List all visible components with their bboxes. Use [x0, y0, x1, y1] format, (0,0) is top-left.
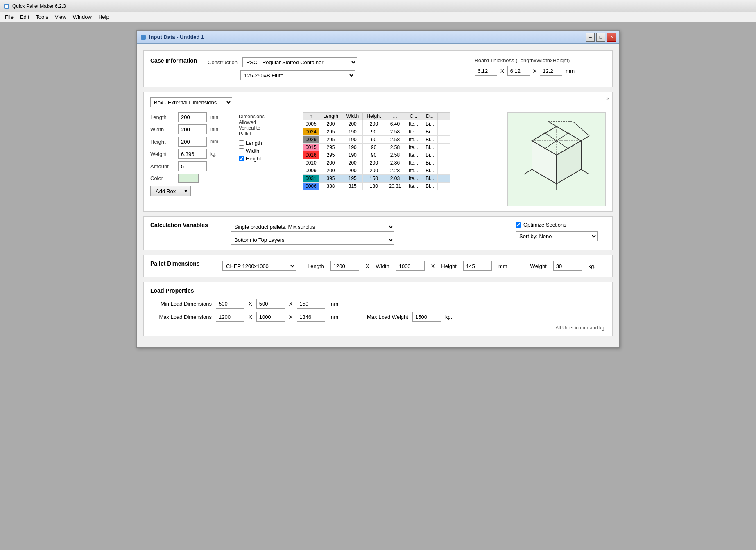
cell-col6: Ite...: [405, 159, 422, 167]
table-row[interactable]: 00102002002002.86Ite...Bi...: [303, 159, 450, 167]
cell-height: 90: [363, 128, 385, 136]
cell-col5: 2.28: [385, 167, 405, 175]
max-weight-input[interactable]: [412, 312, 441, 322]
cell-height: 180: [363, 183, 385, 190]
dimensions-area: Dimensions Allowed Vertical to Pallet Le…: [239, 112, 296, 206]
cell-height: 200: [363, 167, 385, 175]
cell-col5: 2.58: [385, 144, 405, 151]
menu-help[interactable]: Help: [95, 13, 113, 21]
board-thickness-label: Board Thickness (LengthxWidthxHeight): [475, 57, 606, 63]
color-picker[interactable]: [178, 174, 199, 183]
pallet-type-dropdown[interactable]: Single product pallets. Mix surplus: [231, 222, 394, 232]
cell-col6: Ite...: [405, 136, 422, 144]
cell-empty1: [438, 136, 444, 144]
window-content: Case Information Construction RSC - Regu…: [137, 44, 619, 347]
min-width-input[interactable]: [256, 299, 285, 309]
width-unit: mm: [210, 126, 218, 132]
cell-empty2: [444, 159, 450, 167]
svg-rect-1: [5, 5, 8, 8]
width-input[interactable]: [178, 124, 207, 134]
pallet-weight-input[interactable]: [553, 261, 582, 271]
length-row: Length mm: [150, 112, 232, 122]
add-box-arrow-button[interactable]: ▼: [181, 186, 191, 196]
check-height[interactable]: [239, 156, 244, 161]
svg-line-16: [581, 169, 589, 174]
min-height-input[interactable]: [297, 299, 325, 309]
amount-input[interactable]: [178, 161, 207, 171]
row-color-cell: 0031: [303, 175, 319, 183]
max-length-input[interactable]: [216, 312, 244, 322]
table-row[interactable]: 00313951951502.03Ite...Bi...: [303, 175, 450, 183]
cell-width: 200: [342, 167, 363, 175]
min-length-input[interactable]: [216, 299, 244, 309]
check-length-label: Length: [246, 140, 262, 146]
row-color-cell: 0009: [303, 167, 319, 175]
min-load-label: Min Load Dimensions: [150, 301, 212, 307]
cell-col6: Ite...: [405, 183, 422, 190]
weight-input[interactable]: [178, 149, 207, 159]
cell-length: 295: [319, 151, 342, 159]
construction-dropdown[interactable]: RSC - Regular Slotted Container: [242, 57, 357, 67]
min-x2: X: [289, 301, 293, 307]
thickness-width-input[interactable]: 6.12: [507, 66, 530, 76]
weight-unit: kg.: [210, 151, 217, 157]
thickness-height-input[interactable]: 12.2: [540, 66, 562, 76]
pallet-width-input[interactable]: [396, 261, 425, 271]
length-input[interactable]: [178, 112, 207, 122]
main-area: Input Data - Untitled 1 ─ □ ✕ Case Infor…: [0, 22, 756, 356]
collapse-arrow: »: [606, 96, 609, 101]
table-row[interactable]: 00052002002006.40Ite...Bi...: [303, 120, 450, 128]
check-length[interactable]: [239, 140, 244, 146]
close-button[interactable]: ✕: [607, 33, 616, 42]
table-row[interactable]: 00092002002002.28Ite...Bi...: [303, 167, 450, 175]
table-row[interactable]: 0016295190902.58Ite...Bi...: [303, 151, 450, 159]
svg-line-14: [524, 169, 532, 174]
cell-col6: Ite...: [405, 144, 422, 151]
max-x2: X: [289, 314, 293, 320]
cell-col5: 2.58: [385, 136, 405, 144]
cell-empty2: [444, 128, 450, 136]
sort-dropdown[interactable]: Sort by: None: [516, 231, 598, 241]
flute-dropdown[interactable]: 125-250#B Flute: [240, 70, 355, 80]
col-length: Length: [319, 113, 342, 120]
pallet-height-input[interactable]: [463, 261, 492, 271]
cell-width: 190: [342, 151, 363, 159]
pallet-length-input[interactable]: [330, 261, 359, 271]
menu-view[interactable]: View: [52, 13, 70, 21]
menu-tools[interactable]: Tools: [32, 13, 51, 21]
cell-col7: Bi...: [422, 151, 437, 159]
menu-window[interactable]: Window: [70, 13, 95, 21]
cell-width: 190: [342, 128, 363, 136]
construction-label: Construction: [208, 59, 238, 65]
thickness-length-input[interactable]: 6.12: [475, 66, 497, 76]
minimize-button[interactable]: ─: [586, 33, 595, 42]
optimize-sections-checkbox[interactable]: [516, 222, 521, 228]
row-color-cell: 0024: [303, 128, 319, 136]
layer-type-dropdown[interactable]: Bottom to Top Layers: [231, 235, 394, 245]
menu-edit[interactable]: Edit: [17, 13, 32, 21]
max-unit-mm: mm: [329, 314, 338, 320]
cell-col7: Bi...: [422, 136, 437, 144]
box-type-dropdown[interactable]: Box - External Dimensions: [150, 97, 232, 107]
app-icon: [3, 3, 10, 9]
table-row[interactable]: 0015295190902.58Ite...Bi...: [303, 144, 450, 151]
thickness-unit: mm: [566, 68, 575, 74]
pallet-size-dropdown[interactable]: CHEP 1200x1000: [222, 261, 296, 271]
max-width-input[interactable]: [256, 312, 285, 322]
table-row[interactable]: 000638831518020.31Ite...Bi...: [303, 183, 450, 190]
case-info-section: Case Information Construction RSC - Regu…: [143, 50, 613, 87]
height-input[interactable]: [178, 137, 207, 147]
table-row[interactable]: 0029295190902.58Ite...Bi...: [303, 136, 450, 144]
cell-col5: 6.40: [385, 120, 405, 128]
add-box-button[interactable]: Add Box: [150, 186, 181, 196]
row-color-cell: 0006: [303, 183, 319, 190]
height-unit: mm: [210, 139, 218, 144]
maximize-button[interactable]: □: [596, 33, 605, 42]
table-row[interactable]: 0024295190902.58Ite...Bi...: [303, 128, 450, 136]
length-label: Length: [150, 114, 175, 120]
max-height-input[interactable]: [297, 312, 325, 322]
cell-height: 90: [363, 151, 385, 159]
menu-file[interactable]: File: [2, 13, 17, 21]
pallet-x2: X: [431, 263, 435, 269]
check-width[interactable]: [239, 148, 244, 153]
